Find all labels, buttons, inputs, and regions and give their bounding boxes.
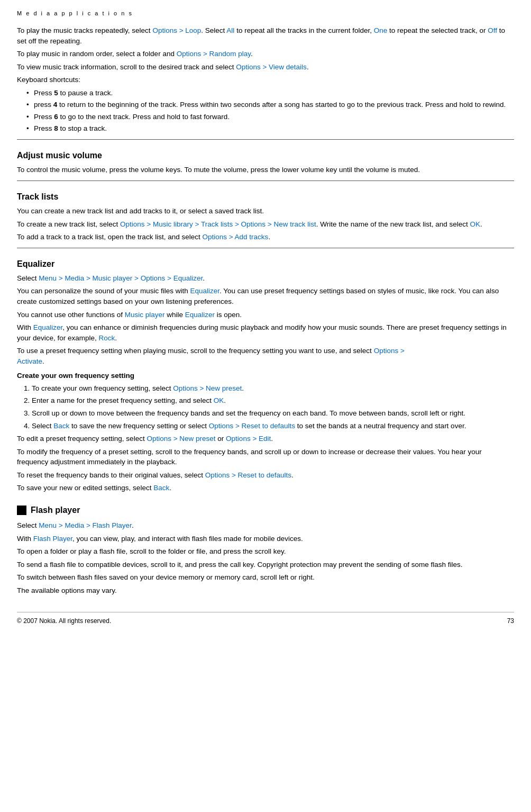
equalizer-link-p2[interactable]: Equalizer bbox=[190, 287, 219, 295]
divider-adjust-volume bbox=[17, 139, 514, 140]
page-footer: © 2007 Nokia. All rights reserved. 73 bbox=[17, 612, 514, 626]
flash-player-p5: To switch between flash files saved on y… bbox=[17, 572, 514, 583]
options-loop-link[interactable]: Options > Loop bbox=[152, 26, 201, 34]
frequency-step-3: Scroll up or down to move between the fr… bbox=[32, 408, 514, 419]
equalizer-p2: You can personalize the sound of your mu… bbox=[17, 286, 514, 306]
track-lists-p3: To add a track to a track list, open the… bbox=[17, 232, 514, 242]
ok-link-preset[interactable]: OK bbox=[214, 396, 224, 404]
flash-player-p3: To open a folder or play a flash file, s… bbox=[17, 546, 514, 557]
equalizer-p9: To save your new or edited settings, sel… bbox=[17, 483, 514, 493]
page-number: 73 bbox=[507, 617, 514, 626]
flash-player-icon bbox=[17, 506, 26, 515]
music-player-link-p3[interactable]: Music player bbox=[125, 311, 165, 319]
frequency-step-2: Enter a name for the preset frequency se… bbox=[32, 395, 514, 406]
back-link-save[interactable]: Back bbox=[53, 422, 69, 430]
intro-p3: To view music track information, scroll … bbox=[17, 62, 514, 73]
flash-player-p4: To send a flash file to compatible devic… bbox=[17, 560, 514, 570]
equalizer-menu-link[interactable]: Menu > Media > Music player > Options > … bbox=[39, 274, 203, 282]
track-lists-p2: To create a new track list, select Optio… bbox=[17, 219, 514, 230]
divider-track-lists bbox=[17, 181, 514, 181]
options-edit-link[interactable]: Options > Edit bbox=[226, 435, 271, 443]
equalizer-link-p4[interactable]: Equalizer bbox=[33, 323, 63, 331]
ok-link-tracklist[interactable]: OK bbox=[470, 220, 481, 228]
new-preset-link-1[interactable]: Options > New preset bbox=[173, 384, 242, 392]
rock-link[interactable]: Rock bbox=[99, 334, 115, 342]
flash-player-p1: Select Menu > Media > Flash Player. bbox=[17, 520, 514, 531]
keyboard-shortcuts-list: Press 5 to pause a track. press 4 to ret… bbox=[26, 88, 514, 134]
shortcut-item-6: Press 6 to go to the next track. Press a… bbox=[26, 112, 514, 122]
flash-player-p2: With Flash Player, you can view, play, a… bbox=[17, 534, 514, 544]
shortcut-item-8: Press 8 to stop a track. bbox=[26, 123, 514, 134]
view-details-link[interactable]: Options > View details bbox=[236, 63, 307, 71]
equalizer-p4: With Equalizer, you can enhance or dimin… bbox=[17, 322, 514, 343]
adjust-volume-heading: Adjust music volume bbox=[17, 149, 514, 161]
reset-defaults-link-2[interactable]: Options > Reset to defaults bbox=[205, 471, 291, 479]
add-tracks-link[interactable]: Options > Add tracks bbox=[202, 233, 268, 241]
random-play-link[interactable]: Options > Random play bbox=[177, 50, 251, 58]
page-header: M e d i a a p p l i c a t i o n s bbox=[17, 10, 514, 18]
track-lists-heading: Track lists bbox=[17, 191, 514, 203]
back-link-save2[interactable]: Back bbox=[153, 484, 169, 492]
equalizer-p8: To reset the frequency bands to their or… bbox=[17, 470, 514, 481]
frequency-steps-list: To create your own frequency setting, se… bbox=[32, 383, 514, 431]
intro-p2: To play music in random order, select a … bbox=[17, 49, 514, 59]
equalizer-p1: Select Menu > Media > Music player > Opt… bbox=[17, 273, 514, 284]
equalizer-heading: Equalizer bbox=[17, 258, 514, 270]
flash-player-section-header: Flash player bbox=[17, 504, 514, 516]
shortcut-item-5: Press 5 to pause a track. bbox=[26, 88, 514, 98]
intro-p1: To play the music tracks repeatedly, sel… bbox=[17, 25, 514, 46]
shortcut-item-4: press 4 to return to the beginning of th… bbox=[26, 100, 514, 110]
divider-equalizer bbox=[17, 248, 514, 248]
frequency-step-1: To create your own frequency setting, se… bbox=[32, 383, 514, 394]
all-link[interactable]: All bbox=[226, 26, 234, 34]
flash-player-p6: The available options may vary. bbox=[17, 585, 514, 596]
activate-link[interactable]: Options >Activate bbox=[17, 347, 405, 365]
new-preset-link-2[interactable]: Options > New preset bbox=[147, 435, 215, 443]
equalizer-p3: You cannot use other functions of Music … bbox=[17, 310, 514, 320]
equalizer-link-p3[interactable]: Equalizer bbox=[185, 311, 215, 319]
equalizer-p7: To modify the frequency of a preset sett… bbox=[17, 447, 514, 467]
keyboard-shortcuts-label: Keyboard shortcuts: bbox=[17, 75, 514, 85]
adjust-volume-text: To control the music volume, press the v… bbox=[17, 165, 514, 175]
create-own-frequency-heading: Create your own frequency setting bbox=[17, 371, 514, 381]
equalizer-p5: To use a preset frequency setting when p… bbox=[17, 346, 514, 366]
flash-player-link[interactable]: Flash Player bbox=[33, 535, 72, 543]
track-lists-p1: You can create a new track list and add … bbox=[17, 206, 514, 216]
equalizer-p6: To edit a preset frequency setting, sele… bbox=[17, 434, 514, 444]
flash-player-menu-link[interactable]: Menu > Media > Flash Player bbox=[39, 521, 132, 529]
reset-defaults-link-1[interactable]: Options > Reset to defaults bbox=[209, 422, 295, 430]
one-link[interactable]: One bbox=[374, 26, 388, 34]
copyright-text: © 2007 Nokia. All rights reserved. bbox=[17, 617, 111, 626]
frequency-step-4: Select Back to save the new frequency se… bbox=[32, 421, 514, 431]
new-track-list-link[interactable]: Options > Music library > Track lists > … bbox=[120, 220, 316, 228]
flash-player-heading: Flash player bbox=[31, 504, 80, 516]
off-link[interactable]: Off bbox=[488, 26, 497, 34]
